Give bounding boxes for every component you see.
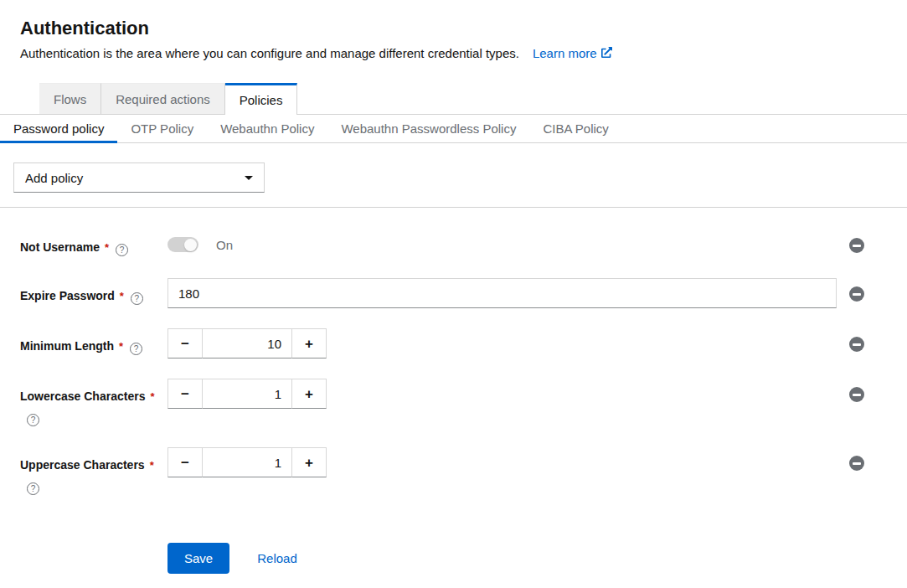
uppercase-characters-input[interactable] <box>203 447 291 477</box>
field-label-group: Minimum Length*? <box>20 328 167 357</box>
field-label: Uppercase Characters <box>20 458 145 472</box>
increment-button[interactable]: + <box>291 379 327 409</box>
decrement-button[interactable]: − <box>167 447 203 477</box>
required-asterisk: * <box>120 290 124 302</box>
help-icon[interactable]: ? <box>130 343 142 355</box>
remove-policy-button[interactable] <box>849 286 864 302</box>
tab-flows-label: Flows <box>54 92 86 106</box>
add-policy-select-value: Add policy <box>25 171 83 185</box>
help-icon[interactable]: ? <box>131 292 143 305</box>
tab-required-actions-label: Required actions <box>116 92 210 106</box>
required-asterisk: * <box>119 340 123 353</box>
policy-row-not-username: Not Username*? On <box>20 230 877 258</box>
subtab-webauthn-passwordless-policy[interactable]: Webauthn Passwordless Policy <box>327 115 529 142</box>
help-icon[interactable]: ? <box>27 414 39 426</box>
page-description: Authentication is the area where you can… <box>20 45 519 62</box>
remove-policy-button[interactable] <box>849 238 864 253</box>
tab-bar-fill <box>297 83 907 115</box>
subtab-password-policy-label: Password policy <box>13 121 104 136</box>
remove-policy-button[interactable] <box>849 387 864 402</box>
subtab-ciba-policy[interactable]: CIBA Policy <box>529 115 621 142</box>
field-label: Expire Password <box>20 289 115 302</box>
uppercase-characters-stepper: − + <box>167 447 327 477</box>
required-asterisk: * <box>150 390 154 403</box>
field-label-group: Expire Password*? <box>20 278 167 307</box>
policy-row-uppercase-characters: Uppercase Characters*? − + <box>20 447 877 496</box>
reload-link[interactable]: Reload <box>257 551 297 565</box>
lowercase-characters-stepper: − + <box>167 379 327 409</box>
learn-more-link[interactable]: Learn more <box>533 45 612 62</box>
help-icon[interactable]: ? <box>116 244 128 256</box>
save-button[interactable]: Save <box>167 543 229 574</box>
expire-password-input[interactable] <box>167 278 837 308</box>
field-label: Not Username <box>20 240 100 254</box>
secondary-tab-bar: Password policy OTP Policy Webauthn Poli… <box>0 115 907 143</box>
toggle-state-label: On <box>216 238 233 252</box>
subtab-webauthn-passwordless-policy-label: Webauthn Passwordless Policy <box>341 121 516 136</box>
authentication-page: Authentication Authentication is the are… <box>0 0 907 574</box>
remove-policy-button[interactable] <box>849 337 864 352</box>
help-icon[interactable]: ? <box>27 482 39 495</box>
decrement-button[interactable]: − <box>167 328 203 358</box>
password-policy-form: Not Username*? On Expire Password*? <box>0 208 907 574</box>
required-asterisk: * <box>150 459 154 472</box>
decrement-button[interactable]: − <box>167 379 203 409</box>
subtab-webauthn-policy[interactable]: Webauthn Policy <box>207 115 327 142</box>
tab-flows[interactable]: Flows <box>39 83 101 115</box>
caret-down-icon <box>245 176 253 180</box>
form-actions: Save Reload <box>167 543 877 574</box>
policy-row-expire-password: Expire Password*? <box>20 278 877 308</box>
learn-more-label: Learn more <box>533 45 597 62</box>
policy-toolbar: Add policy <box>0 143 907 208</box>
page-header: Authentication Authentication is the are… <box>0 0 907 62</box>
increment-button[interactable]: + <box>291 328 327 358</box>
field-label-group: Uppercase Characters*? <box>20 447 167 496</box>
page-title: Authentication <box>20 18 887 39</box>
tab-bar-spacer <box>0 83 39 115</box>
policy-row-lowercase-characters: Lowercase Characters*? − + <box>20 379 877 427</box>
tab-required-actions[interactable]: Required actions <box>101 83 225 115</box>
remove-policy-button[interactable] <box>849 456 864 471</box>
required-asterisk: * <box>105 241 109 254</box>
subtab-ciba-policy-label: CIBA Policy <box>543 121 608 136</box>
field-label: Minimum Length <box>20 339 114 353</box>
tab-policies-label: Policies <box>240 93 283 107</box>
field-label: Lowercase Characters <box>20 389 145 403</box>
not-username-toggle[interactable] <box>167 237 198 252</box>
subtab-password-policy[interactable]: Password policy <box>0 115 117 142</box>
field-label-group: Not Username*? <box>20 230 167 258</box>
policy-row-minimum-length: Minimum Length*? − + <box>20 328 877 358</box>
minimum-length-input[interactable] <box>203 328 291 358</box>
field-label-group: Lowercase Characters*? <box>20 379 167 427</box>
primary-tab-bar: Flows Required actions Policies <box>0 83 907 115</box>
subtab-webauthn-policy-label: Webauthn Policy <box>220 121 314 136</box>
external-link-icon <box>601 45 612 62</box>
tab-policies[interactable]: Policies <box>225 83 298 115</box>
increment-button[interactable]: + <box>291 447 327 477</box>
subtab-otp-policy-label: OTP Policy <box>131 121 193 136</box>
lowercase-characters-input[interactable] <box>203 379 291 409</box>
subtab-otp-policy[interactable]: OTP Policy <box>117 115 207 142</box>
add-policy-select[interactable]: Add policy <box>13 162 265 193</box>
minimum-length-stepper: − + <box>167 328 327 358</box>
